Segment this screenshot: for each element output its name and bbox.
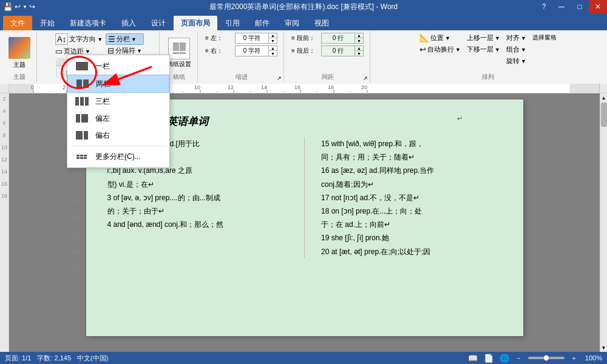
indent-right-input[interactable]: 0 字符 ▲ ▼	[235, 46, 277, 56]
tab-view[interactable]: 视图	[307, 16, 336, 30]
spacing-before-input[interactable]: 0 行 ▲ ▼	[321, 33, 364, 44]
text-direction-button[interactable]: A↕ 文字方向 ▼	[53, 33, 104, 46]
spacing-before-up[interactable]: ▲	[355, 33, 363, 38]
close-button[interactable]: ✕	[589, 0, 607, 13]
svg-text:16: 16	[294, 84, 300, 90]
zoom-level: 100%	[585, 354, 602, 362]
scroll-up-button[interactable]: ▲	[600, 93, 608, 102]
spacing-after-label: ≡ 段后：	[291, 47, 319, 55]
minimize-button[interactable]: ─	[552, 0, 571, 13]
svg-text:10: 10	[194, 84, 200, 90]
column-left-item[interactable]: 偏左	[67, 110, 169, 127]
tab-file[interactable]: 文件	[3, 16, 32, 30]
view-read-button[interactable]: 📖	[468, 354, 478, 363]
indent-left-value: 0 字符	[236, 34, 268, 42]
indent-right-value: 0 字符	[236, 47, 268, 55]
tab-references[interactable]: 引用	[218, 16, 247, 30]
rotate-button[interactable]: 旋转 ▼	[504, 56, 528, 66]
column-three-label: 三栏	[95, 96, 110, 107]
zoom-slider[interactable]	[528, 357, 565, 359]
svg-text:20: 20	[361, 84, 367, 90]
view-web-button[interactable]: 🌐	[500, 354, 509, 363]
send-backward-button[interactable]: 下移一层 ▼	[465, 44, 502, 55]
indent-left-input[interactable]: 0 字符 ▲ ▼	[235, 33, 277, 44]
column-right-item[interactable]: 偏右	[67, 127, 169, 144]
column-one-item[interactable]: 一栏	[67, 58, 169, 75]
tab-design[interactable]: 设计	[144, 16, 173, 30]
theme-label: 主题	[13, 61, 25, 69]
column-left-label: 偏左	[95, 113, 110, 124]
spacing-after-input[interactable]: 0 行 ▲ ▼	[321, 46, 364, 56]
scroll-down-button[interactable]: ▼	[600, 343, 608, 352]
page-info: 页面: 1/1	[5, 354, 31, 363]
columns-dropdown: 一栏 两栏 三栏 偏左	[67, 55, 170, 168]
language: 中文(中国)	[77, 354, 108, 363]
vertical-ruler: 2 4 6 8 10 12 14 16 18	[0, 93, 9, 352]
column-two-item[interactable]: 两栏	[67, 75, 169, 93]
group-button[interactable]: 组合 ▼	[504, 44, 528, 55]
indent-left-label: ≡ 左：	[205, 34, 232, 42]
tab-mailings[interactable]: 邮件	[248, 16, 277, 30]
zoom-in-button[interactable]: ＋	[571, 354, 577, 363]
tab-review[interactable]: 审阅	[277, 16, 307, 30]
column-one-label: 一栏	[95, 61, 110, 72]
columns-button[interactable]: ☰ 分栏 ▼	[106, 33, 144, 45]
indent-left-up[interactable]: ▲	[269, 33, 277, 38]
bring-forward-button[interactable]: 上移一层 ▼	[465, 33, 502, 43]
spacing-before-value: 0 行	[322, 34, 354, 42]
svg-text:18: 18	[328, 84, 334, 90]
word-count: 字数: 2,145	[37, 354, 71, 363]
tab-home[interactable]: 开始	[33, 16, 62, 30]
theme-button[interactable]: 主题	[6, 36, 33, 70]
svg-text:2: 2	[63, 84, 66, 90]
tab-insert[interactable]: 插入	[114, 16, 143, 30]
svg-text:12: 12	[228, 84, 234, 90]
indent-left-down[interactable]: ▼	[269, 38, 277, 44]
position-button[interactable]: 📐 位置 ▼	[418, 33, 463, 43]
spacing-expand[interactable]: ↗	[363, 75, 368, 81]
svg-text:0: 0	[31, 84, 34, 90]
redo-icon[interactable]: ↪	[29, 2, 35, 11]
svg-rect-3	[9, 84, 33, 93]
more-columns-label: 更多分栏(C)...	[95, 152, 141, 162]
svg-rect-4	[569, 84, 599, 93]
spacing-before-label: ≡ 段前：	[291, 34, 319, 42]
spacing-after-value: 0 行	[322, 47, 354, 55]
maximize-button[interactable]: □	[571, 0, 589, 13]
title-bar-text: 最常用2000英语单词(全部标有注释).doc [兼容模式] - Word	[0, 2, 607, 12]
column-two-label: 两栏	[96, 79, 110, 89]
column-right-label: 偏右	[95, 130, 110, 141]
select-pane-button[interactable]: 选择窗格	[531, 33, 558, 42]
svg-text:14: 14	[261, 84, 267, 90]
tab-new[interactable]: 新建选项卡	[63, 16, 114, 30]
undo-icon[interactable]: ↩	[15, 2, 21, 11]
align-button[interactable]: 对齐 ▼	[504, 33, 528, 43]
more-columns-item[interactable]: 更多分栏(C)...	[67, 148, 169, 165]
undo-dropdown-icon[interactable]: ▼	[22, 4, 27, 10]
help-button[interactable]: ?	[535, 0, 552, 13]
tab-layout[interactable]: 页面布局	[174, 16, 217, 30]
indent-right-down[interactable]: ▼	[269, 51, 277, 56]
auto-wrap-button[interactable]: ↩ 自动换行 ▼	[418, 44, 463, 55]
spacing-after-down[interactable]: ▼	[355, 51, 363, 56]
indent-right-label: ≡ 右：	[205, 47, 232, 55]
save-icon[interactable]: 💾	[3, 2, 13, 12]
spacing-before-down[interactable]: ▼	[355, 38, 363, 44]
doc-column-2[interactable]: 15 with [wið, wiθ] prep.和，跟， 同；具有；用；关于；随…	[321, 137, 502, 258]
column-three-item[interactable]: 三栏	[67, 93, 169, 110]
indent-expand[interactable]: ↗	[277, 75, 282, 81]
spacing-after-up[interactable]: ▲	[355, 46, 363, 51]
indent-right-up[interactable]: ▲	[269, 46, 277, 51]
scroll-thumb[interactable]	[601, 103, 607, 127]
zoom-out-button[interactable]: －	[515, 354, 522, 363]
view-print-button[interactable]: 📄	[484, 354, 493, 363]
